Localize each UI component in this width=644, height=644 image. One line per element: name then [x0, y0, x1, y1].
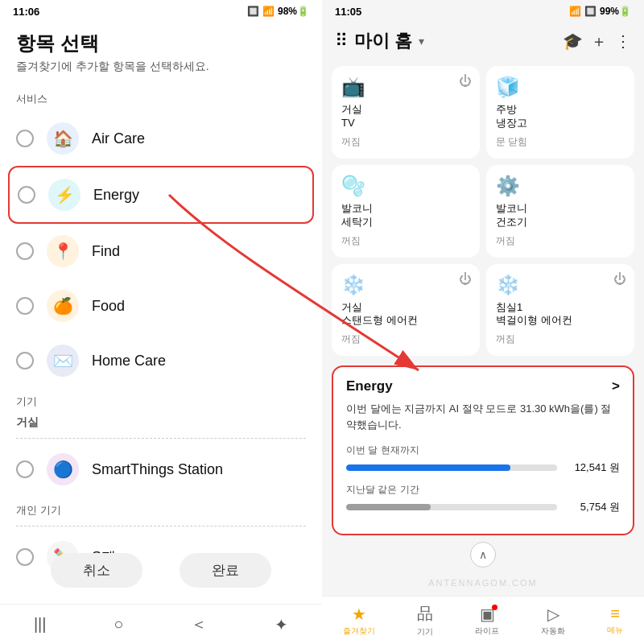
device-fridge[interactable]: 🧊 주방냉장고 문 닫힘: [486, 66, 634, 159]
homecare-label: Home Care: [92, 353, 166, 369]
device-ac1[interactable]: ❄️ 거실스탠드형 에어컨 꺼짐 ⏻: [332, 264, 480, 357]
nav-menu-icon[interactable]: |||: [34, 615, 47, 634]
radio-homecare[interactable]: [16, 352, 34, 369]
section-service-label: 서비스: [0, 85, 322, 111]
energy-card-desc: 이번 달에는 지금까지 AI 절약 모드로 31.30 kWh을(를) 절약했습…: [346, 401, 620, 432]
find-label: Find: [92, 243, 120, 260]
right-status-bar: 11:05 📶 🔲 99%🔋: [322, 0, 644, 23]
food-icon: 🍊: [47, 290, 79, 322]
tv-name: 거실TV: [341, 103, 470, 130]
energy-card-title-text: Energy: [346, 378, 393, 394]
tv-icon: 📺: [341, 76, 470, 98]
device-washer[interactable]: 🫧 발코니세탁기 꺼짐: [332, 165, 480, 258]
right-header-left: ⠿ 마이 홈 ▾: [335, 29, 424, 53]
battery-icon: 98%🔋: [278, 6, 309, 17]
device-tv[interactable]: 📺 거실TV 꺼짐 ⏻: [332, 66, 480, 159]
list-item-food[interactable]: 🍊 Food: [0, 279, 322, 333]
right-header: ⠿ 마이 홈 ▾ 🎓 ＋ ⋮: [322, 23, 644, 60]
energy-card: Energy > 이번 달에는 지금까지 AI 절약 모드로 31.30 kWh…: [332, 365, 634, 535]
tv-status: 꺼짐: [341, 135, 470, 149]
right-signal-icon: 📶: [569, 6, 581, 17]
devices-grid: 📺 거실TV 꺼짐 ⏻ 🧊 주방냉장고 문 닫힘 🫧 발코니세탁기 꺼짐 ⚙️ …: [322, 60, 644, 362]
ac1-power-button[interactable]: ⏻: [459, 272, 472, 287]
left-panel: 11:06 🔲 📶 98%🔋 항목 선택 즐겨찾기에 추가할 항목을 선택하세요…: [0, 0, 322, 644]
list-item-smartthings[interactable]: 🔵 SmartThings Station: [0, 442, 322, 497]
favorites-icon: ★: [352, 605, 366, 624]
section-personal-label: 개인 기기: [0, 497, 322, 522]
radio-food[interactable]: [16, 297, 34, 315]
energy-prev-bar-bg: [346, 504, 557, 510]
panels-wrapper: 11:06 🔲 📶 98%🔋 항목 선택 즐겨찾기에 추가할 항목을 선택하세요…: [0, 0, 644, 644]
radio-smartthings[interactable]: [16, 460, 34, 478]
automation-icon: ▷: [547, 605, 559, 624]
washer-name: 발코니세탁기: [341, 202, 470, 229]
nav-home-icon[interactable]: ○: [114, 615, 123, 634]
nav-life[interactable]: ▣ 라이프: [475, 605, 499, 637]
energy-current-bar-fill: [346, 464, 510, 471]
energy-current-bar-row: 12,541 원: [346, 460, 620, 475]
add-icon[interactable]: ＋: [591, 31, 607, 52]
homecare-icon: ✉️: [47, 345, 79, 377]
ac2-power-button[interactable]: ⏻: [613, 272, 626, 287]
radio-aircare[interactable]: [16, 130, 34, 147]
life-icon-wrap: ▣: [480, 605, 495, 624]
dryer-status: 꺼짐: [496, 234, 625, 248]
cancel-button[interactable]: 취소: [51, 553, 142, 588]
left-time: 11:06: [13, 6, 39, 18]
ac1-status: 꺼짐: [341, 332, 470, 346]
dryer-name: 발코니건조기: [496, 202, 625, 229]
radio-energy[interactable]: [18, 186, 35, 204]
menu-icon: ≡: [610, 605, 620, 623]
section-device-label: 기기: [0, 388, 322, 414]
right-wifi-icon: 🔲: [584, 6, 597, 17]
energy-prev-value: 5,754 원: [564, 500, 620, 514]
fridge-icon: 🧊: [496, 76, 625, 98]
list-item-energy[interactable]: ⚡ Energy: [8, 166, 314, 224]
section-living-label: 거실: [0, 414, 322, 435]
right-status-icons: 📶 🔲 99%🔋: [569, 6, 631, 17]
scroll-up-area: ∧: [322, 539, 644, 571]
radio-find[interactable]: [16, 242, 34, 260]
right-battery-icon: 99%🔋: [600, 6, 631, 17]
nav-recent-icon[interactable]: ✦: [275, 615, 288, 634]
right-header-icons: 🎓 ＋ ⋮: [563, 31, 631, 52]
energy-prev-bar-fill: [346, 504, 431, 510]
food-label: Food: [92, 298, 125, 315]
device-ac2[interactable]: ❄️ 침실1벽걸이형 에어컨 꺼짐 ⏻: [486, 264, 634, 357]
nav-menu[interactable]: ≡ 메뉴: [607, 605, 623, 636]
devices-icon: 品: [417, 603, 433, 625]
dryer-icon: ⚙️: [496, 175, 625, 197]
dropdown-arrow-icon[interactable]: ▾: [419, 35, 424, 47]
scroll-up-button[interactable]: ∧: [470, 542, 496, 568]
done-button[interactable]: 완료: [180, 553, 271, 588]
bottom-buttons: 취소 완료: [0, 545, 322, 596]
energy-prev-row: 지난달 같은 기간 5,754 원: [346, 483, 620, 514]
wifi-icon: 📶: [262, 6, 275, 17]
energy-card-title-row: Energy >: [346, 378, 620, 394]
nav-favorites[interactable]: ★ 즐겨찾기: [343, 605, 375, 637]
page-subtitle: 즐겨찾기에 추가할 항목을 선택하세요.: [0, 60, 322, 85]
energy-label: Energy: [93, 187, 139, 204]
list-item-find[interactable]: 📍 Find: [0, 224, 322, 279]
energy-current-label: 이번 달 현재까지: [346, 444, 620, 457]
device-dryer[interactable]: ⚙️ 발코니건조기 꺼짐: [486, 165, 634, 258]
find-icon: 📍: [47, 235, 79, 267]
school-icon[interactable]: 🎓: [563, 31, 583, 51]
more-icon[interactable]: ⋮: [615, 31, 631, 51]
ac2-icon: ❄️: [496, 274, 625, 296]
nav-back-icon[interactable]: ＜: [191, 613, 207, 635]
washer-icon: 🫧: [341, 175, 470, 197]
ac1-icon: ❄️: [341, 274, 470, 296]
menu-label: 메뉴: [607, 625, 623, 636]
devices-label: 기기: [417, 626, 433, 638]
list-item-aircare[interactable]: 🏠 Air Care: [0, 111, 322, 166]
nav-automation[interactable]: ▷ 자동화: [541, 605, 565, 637]
right-panel: 11:05 📶 🔲 99%🔋 ⠿ 마이 홈 ▾ 🎓 ＋ ⋮: [322, 0, 644, 644]
tv-power-button[interactable]: ⏻: [459, 74, 472, 89]
list-item-homecare[interactable]: ✉️ Home Care: [0, 333, 322, 388]
divider-living: [16, 438, 306, 439]
nav-devices[interactable]: 品 기기: [417, 603, 433, 638]
energy-chevron-icon[interactable]: >: [612, 378, 620, 394]
right-time: 11:05: [335, 6, 361, 18]
energy-current-value: 12,541 원: [564, 460, 620, 475]
